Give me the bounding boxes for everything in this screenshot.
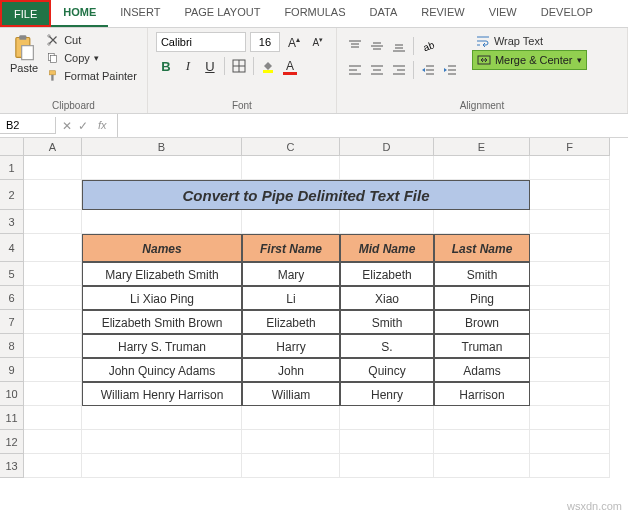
cell[interactable]: [242, 454, 340, 478]
cell[interactable]: [82, 406, 242, 430]
data-cell[interactable]: S.: [340, 334, 434, 358]
data-cell[interactable]: William: [242, 382, 340, 406]
increase-indent-button[interactable]: [440, 60, 460, 80]
data-cell[interactable]: Smith: [340, 310, 434, 334]
header-cell[interactable]: Mid Name: [340, 234, 434, 262]
data-cell[interactable]: Harrison: [434, 382, 530, 406]
cell[interactable]: [24, 262, 82, 286]
cell[interactable]: [530, 358, 610, 382]
data-cell[interactable]: Smith: [434, 262, 530, 286]
data-cell[interactable]: Brown: [434, 310, 530, 334]
font-name-select[interactable]: [156, 32, 246, 52]
cell[interactable]: [434, 430, 530, 454]
data-cell[interactable]: Elizabeth: [340, 262, 434, 286]
select-all-corner[interactable]: [0, 138, 24, 156]
tab-insert[interactable]: INSERT: [108, 0, 172, 27]
tab-home[interactable]: HOME: [51, 0, 108, 27]
cell[interactable]: [530, 262, 610, 286]
data-cell[interactable]: Harry: [242, 334, 340, 358]
cell[interactable]: [24, 334, 82, 358]
col-header[interactable]: D: [340, 138, 434, 156]
cell[interactable]: [530, 430, 610, 454]
tab-file[interactable]: FILE: [0, 0, 51, 27]
title-cell[interactable]: Convert to Pipe Delimited Text File: [82, 180, 530, 210]
cell[interactable]: [530, 382, 610, 406]
borders-button[interactable]: [229, 56, 249, 76]
cell[interactable]: [24, 210, 82, 234]
cell[interactable]: [530, 234, 610, 262]
cell[interactable]: [530, 454, 610, 478]
data-cell[interactable]: Elizabeth Smith Brown: [82, 310, 242, 334]
cancel-formula-icon[interactable]: ✕: [62, 119, 72, 133]
align-bottom-button[interactable]: [389, 36, 409, 56]
cell[interactable]: [530, 406, 610, 430]
align-middle-button[interactable]: [367, 36, 387, 56]
cell[interactable]: [24, 382, 82, 406]
cell[interactable]: [24, 430, 82, 454]
row-header[interactable]: 11: [0, 406, 24, 430]
col-header[interactable]: B: [82, 138, 242, 156]
header-cell[interactable]: Names: [82, 234, 242, 262]
enter-formula-icon[interactable]: ✓: [78, 119, 88, 133]
data-cell[interactable]: Truman: [434, 334, 530, 358]
cell[interactable]: [24, 454, 82, 478]
cell[interactable]: [82, 430, 242, 454]
data-cell[interactable]: Mary: [242, 262, 340, 286]
fill-color-button[interactable]: [258, 56, 278, 76]
decrease-font-button[interactable]: A▾: [308, 32, 328, 52]
fx-icon[interactable]: fx: [94, 119, 111, 133]
row-header[interactable]: 1: [0, 156, 24, 180]
data-cell[interactable]: Li Xiao Ping: [82, 286, 242, 310]
copy-button[interactable]: Copy▾: [44, 50, 139, 66]
cell[interactable]: [82, 156, 242, 180]
cell[interactable]: [340, 430, 434, 454]
col-header[interactable]: A: [24, 138, 82, 156]
cell[interactable]: [434, 210, 530, 234]
orientation-button[interactable]: ab: [418, 36, 438, 56]
data-cell[interactable]: Henry: [340, 382, 434, 406]
cell[interactable]: [530, 180, 610, 210]
tab-page-layout[interactable]: PAGE LAYOUT: [172, 0, 272, 27]
cell[interactable]: [340, 406, 434, 430]
row-header[interactable]: 7: [0, 310, 24, 334]
cell[interactable]: [242, 430, 340, 454]
cell[interactable]: [24, 180, 82, 210]
paste-button[interactable]: Paste: [8, 32, 40, 76]
align-right-button[interactable]: [389, 60, 409, 80]
data-cell[interactable]: Harry S. Truman: [82, 334, 242, 358]
cell[interactable]: [530, 156, 610, 180]
cell[interactable]: [24, 310, 82, 334]
tab-view[interactable]: VIEW: [477, 0, 529, 27]
row-header[interactable]: 2: [0, 180, 24, 210]
header-cell[interactable]: First Name: [242, 234, 340, 262]
cell[interactable]: [434, 406, 530, 430]
cell[interactable]: [82, 454, 242, 478]
align-left-button[interactable]: [345, 60, 365, 80]
row-header[interactable]: 13: [0, 454, 24, 478]
cell[interactable]: [24, 234, 82, 262]
cell[interactable]: [340, 210, 434, 234]
cell[interactable]: [24, 358, 82, 382]
cell[interactable]: [530, 310, 610, 334]
cell[interactable]: [434, 156, 530, 180]
cell[interactable]: [340, 454, 434, 478]
data-cell[interactable]: Quincy: [340, 358, 434, 382]
cell[interactable]: [530, 286, 610, 310]
row-header[interactable]: 8: [0, 334, 24, 358]
tab-formulas[interactable]: FORMULAS: [272, 0, 357, 27]
col-header[interactable]: F: [530, 138, 610, 156]
row-header[interactable]: 10: [0, 382, 24, 406]
cell[interactable]: [82, 210, 242, 234]
tab-review[interactable]: REVIEW: [409, 0, 476, 27]
col-header[interactable]: E: [434, 138, 530, 156]
cell[interactable]: [530, 334, 610, 358]
col-header[interactable]: C: [242, 138, 340, 156]
font-color-button[interactable]: A: [280, 56, 300, 76]
row-header[interactable]: 4: [0, 234, 24, 262]
name-box[interactable]: [0, 117, 56, 134]
format-painter-button[interactable]: Format Painter: [44, 68, 139, 84]
row-header[interactable]: 3: [0, 210, 24, 234]
cell[interactable]: [530, 210, 610, 234]
cell[interactable]: [242, 406, 340, 430]
cell[interactable]: [242, 156, 340, 180]
